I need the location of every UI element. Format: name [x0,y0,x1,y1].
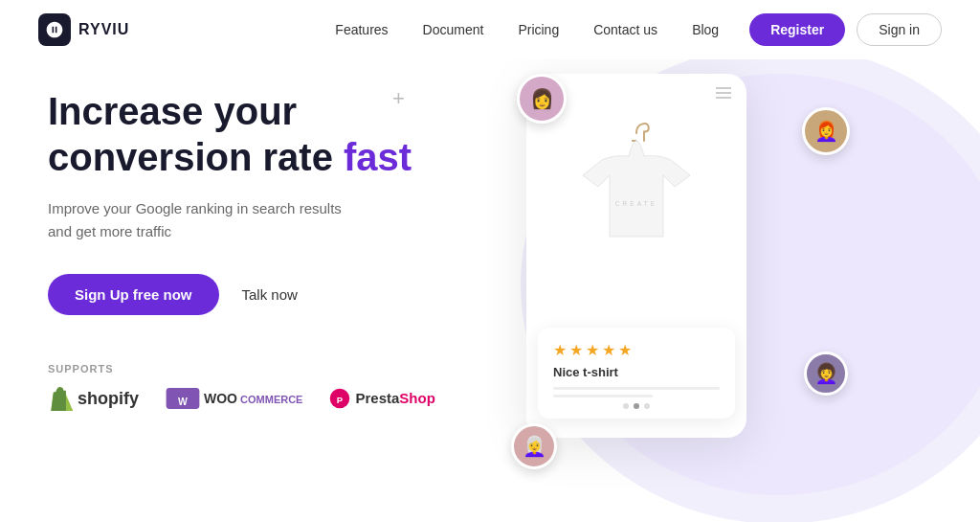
dot-1 [623,403,629,409]
svg-text:P: P [337,395,344,405]
prestashop-logo: P PrestaShop [329,388,434,409]
product-display: CREATE [526,108,746,271]
review-card: ★ ★ ★ ★ ★ Nice t-shirt [538,328,735,419]
woocommerce-text: WOO COMMERCE [204,390,302,407]
review-title: Nice t-shirt [553,365,720,379]
hero-title-line2: conversion rate [48,136,344,178]
avatar-2: 👩‍🦰 [802,107,850,155]
supports-logos: shopify W WOO COMMERCE P [48,386,469,411]
woocommerce-logo: W WOO COMMERCE [166,388,302,409]
shopify-text: shopify [78,389,139,409]
logo-icon [38,13,71,46]
dot-3 [644,403,650,409]
shopify-logo: shopify [48,386,139,411]
nav-links: Features Document Pricing Contact us Blo… [335,22,719,37]
hero-title: Increase your conversion rate fast [48,88,469,180]
nav-blog[interactable]: Blog [692,22,719,37]
supports-label: SUPPORTS [48,363,469,374]
nav-actions: Register Sign in [749,13,942,46]
phone-mockup: CREATE ★ ★ ★ ★ ★ Nice t-shirt [526,74,746,438]
hero-section: + Increase your conversion rate fast Imp… [0,59,980,522]
prestashop-text: PrestaShop [355,390,434,407]
tshirt-image: CREATE [560,118,713,271]
hero-left: + Increase your conversion rate fast Imp… [0,59,469,522]
signin-button[interactable]: Sign in [857,13,942,46]
hamburger-icon [716,87,731,99]
hero-right: 👩 👩‍🦰 👩‍🦱 👩‍🦳 [469,59,980,522]
avatar-1: 👩 [517,74,567,124]
signup-button[interactable]: Sign Up free now [48,274,219,315]
ryviu-icon-svg [45,20,64,39]
review-line-1 [553,387,720,390]
register-button[interactable]: Register [749,13,845,46]
dot-2 [634,403,639,409]
logo-text: RYVIU [78,21,129,38]
supports-section: SUPPORTS shopify W [48,363,469,411]
hero-actions: Sign Up free now Talk now [48,274,469,315]
prestashop-icon: P [329,388,350,409]
nav-document[interactable]: Document [423,22,484,37]
review-line-2 [553,395,653,397]
review-dots [553,403,720,409]
hero-subtitle: Improve your Google ranking in search re… [48,197,345,243]
shopify-icon [48,386,73,411]
nav-contact[interactable]: Contact us [593,22,657,37]
star-rating: ★ ★ ★ ★ ★ [553,341,720,359]
hero-title-line1: Increase your [48,90,297,132]
avatar-4: 👩‍🦳 [511,423,557,469]
svg-text:CREATE: CREATE [615,200,658,207]
talk-button[interactable]: Talk now [242,286,298,303]
svg-text:W: W [178,397,188,407]
woocommerce-icon: W [166,388,200,409]
logo[interactable]: RYVIU [38,13,129,46]
nav-features[interactable]: Features [335,22,388,37]
navbar: RYVIU Features Document Pricing Contact … [0,0,980,59]
hero-title-highlight: fast [344,136,412,178]
plus-icon: + [392,86,405,111]
nav-pricing[interactable]: Pricing [518,22,559,37]
avatar-3: 👩‍🦱 [804,352,848,396]
